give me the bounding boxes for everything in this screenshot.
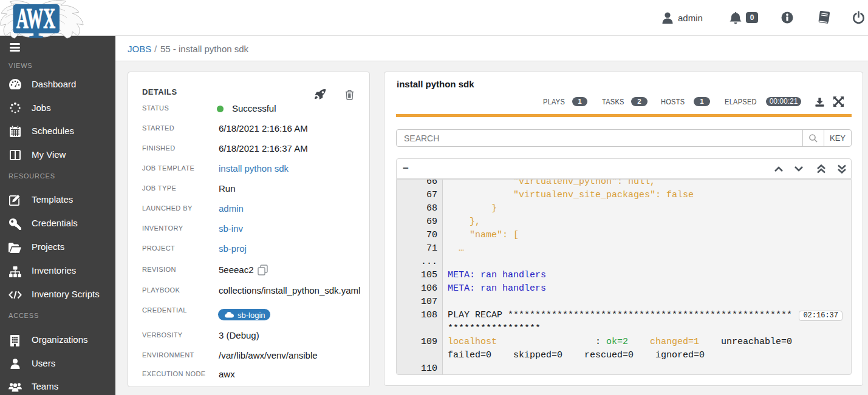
svg-text:AWX: AWX: [16, 2, 55, 34]
